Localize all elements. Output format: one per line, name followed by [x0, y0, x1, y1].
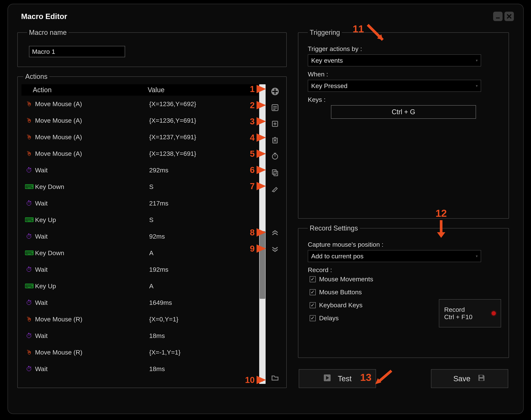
action-row[interactable]: ⏱Wait292ms: [21, 162, 258, 178]
action-value: S: [144, 216, 258, 224]
action-row[interactable]: 🖰Move Mouse (A){X=1236,Y=692}: [21, 96, 258, 112]
mouse-icon: 🖰: [24, 100, 34, 108]
action-label: Key Down: [34, 249, 144, 257]
action-label: Move Mouse (A): [34, 100, 144, 108]
action-row[interactable]: 🖰Move Mouse (A){X=1237,Y=691}: [21, 129, 258, 145]
capture-mouse-select[interactable]: Add to current pos ▾: [308, 250, 481, 262]
action-label: Move Mouse (A): [34, 150, 144, 157]
move-up-button[interactable]: [270, 228, 280, 238]
key-icon: ⌨: [24, 216, 34, 224]
record-dot-icon: [492, 311, 496, 315]
copy-action-button[interactable]: [270, 167, 280, 178]
action-value: 18ms: [144, 365, 258, 373]
svg-rect-9: [480, 375, 483, 377]
action-label: Key Up: [34, 283, 144, 290]
action-row[interactable]: ⏱Wait92ms: [21, 228, 258, 245]
wait-icon: ⏱: [24, 166, 34, 174]
action-row[interactable]: ⏱Wait18ms: [21, 328, 258, 344]
when-value: Key Pressed: [311, 82, 348, 90]
action-row[interactable]: ⏱Wait192ms: [21, 261, 258, 278]
column-header-action: Action: [21, 86, 142, 94]
keyboard-keys-checkbox[interactable]: ✓: [310, 302, 316, 308]
when-select[interactable]: Key Pressed ▾: [308, 80, 481, 92]
minimize-button[interactable]: [493, 12, 502, 21]
action-row[interactable]: ⏱Wait1649ms: [21, 294, 258, 311]
add-action-button[interactable]: [270, 86, 280, 97]
save-icon: [477, 373, 486, 384]
trigger-by-select[interactable]: Key events ▾: [308, 54, 481, 66]
macro-name-group: Macro name: [17, 29, 287, 67]
action-row[interactable]: 🖰Move Mouse (R){X=-1,Y=1}: [21, 344, 258, 360]
key-icon: ⌨: [24, 183, 34, 190]
mouse-movements-checkbox[interactable]: ✓: [310, 276, 316, 282]
scrollbar-arrow-down-icon[interactable]: ▾: [259, 377, 266, 384]
insert-action-button[interactable]: [270, 119, 280, 129]
mouse-buttons-checkbox[interactable]: ✓: [310, 289, 316, 295]
action-row[interactable]: ⏱Wait217ms: [21, 195, 258, 211]
wait-icon: ⏱: [24, 200, 34, 207]
cleanup-action-button[interactable]: [270, 183, 280, 194]
action-row[interactable]: ⌨Key UpS: [21, 211, 258, 228]
play-icon: [323, 374, 331, 384]
move-down-button[interactable]: [270, 244, 280, 255]
action-value: {X=1238,Y=691}: [144, 150, 258, 157]
triggering-legend: Triggering: [308, 29, 342, 36]
delete-action-button[interactable]: [270, 135, 280, 145]
when-label: When :: [308, 71, 501, 78]
window-title: Macro Editor: [21, 12, 67, 21]
title-bar: Macro Editor: [17, 10, 514, 23]
action-label: Key Up: [34, 216, 144, 224]
save-button[interactable]: Save: [431, 369, 508, 388]
mouse-icon: 🖰: [24, 315, 34, 323]
trigger-by-value: Key events: [311, 57, 343, 64]
action-row[interactable]: ⌨Key DownS: [21, 178, 258, 195]
chevron-down-icon: ▾: [476, 58, 478, 63]
test-button-label: Test: [338, 375, 352, 383]
action-label: Wait: [34, 299, 144, 306]
trigger-keys-input[interactable]: Ctrl + G: [331, 105, 476, 119]
trigger-by-label: Trigger actions by :: [308, 45, 501, 53]
action-value: 18ms: [144, 332, 258, 339]
key-icon: ⌨: [24, 282, 34, 290]
actions-toolbar: [268, 84, 283, 384]
edit-action-button[interactable]: [270, 102, 280, 113]
keyboard-keys-label: Keyboard Keys: [319, 301, 363, 309]
wait-icon: ⏱: [24, 233, 34, 240]
save-button-label: Save: [453, 375, 470, 383]
action-label: Move Mouse (A): [34, 117, 144, 124]
mouse-icon: 🖰: [24, 134, 34, 141]
actions-table[interactable]: Action Value 🖰Move Mouse (A){X=1236,Y=69…: [21, 84, 258, 384]
key-icon: ⌨: [24, 249, 34, 257]
mouse-movements-label: Mouse Movements: [319, 275, 373, 283]
record-settings-group: Record Settings Capture mouse's position…: [298, 224, 509, 358]
chevron-down-icon: ▾: [476, 254, 478, 258]
macro-name-input[interactable]: [29, 46, 125, 57]
action-row[interactable]: ⌨Key DownA: [21, 245, 258, 261]
action-value: A: [144, 283, 258, 290]
action-row[interactable]: ⏱Wait18ms: [21, 360, 258, 377]
scrollbar-thumb[interactable]: [259, 231, 265, 299]
wait-icon: ⏱: [24, 332, 34, 339]
action-row[interactable]: 🖰Move Mouse (A){X=1236,Y=691}: [21, 112, 258, 129]
close-button[interactable]: [504, 12, 514, 21]
action-value: 192ms: [144, 266, 258, 273]
macro-name-legend: Macro name: [27, 29, 69, 36]
action-row[interactable]: 🖰Move Mouse (R){X=0,Y=1}: [21, 311, 258, 328]
open-folder-button[interactable]: [270, 372, 280, 383]
timer-action-button[interactable]: [270, 151, 280, 162]
actions-scrollbar[interactable]: ▾: [259, 84, 266, 384]
action-label: Move Mouse (A): [34, 134, 144, 141]
actions-header: Action Value: [21, 84, 258, 96]
delays-checkbox[interactable]: ✓: [310, 315, 316, 321]
record-button[interactable]: Record Ctrl + F10: [439, 299, 501, 328]
mouse-icon: 🖰: [24, 117, 34, 124]
action-label: Move Mouse (R): [34, 315, 144, 323]
test-button[interactable]: Test: [299, 369, 376, 388]
action-label: Wait: [34, 166, 144, 174]
record-label: Record :: [308, 266, 501, 274]
action-row[interactable]: 🖰Move Mouse (A){X=1238,Y=691}: [21, 145, 258, 162]
action-row[interactable]: ⌨Key UpA: [21, 278, 258, 294]
action-label: Move Mouse (R): [34, 349, 144, 356]
mouse-icon: 🖰: [24, 349, 34, 356]
action-value: {X=0,Y=1}: [144, 315, 258, 323]
